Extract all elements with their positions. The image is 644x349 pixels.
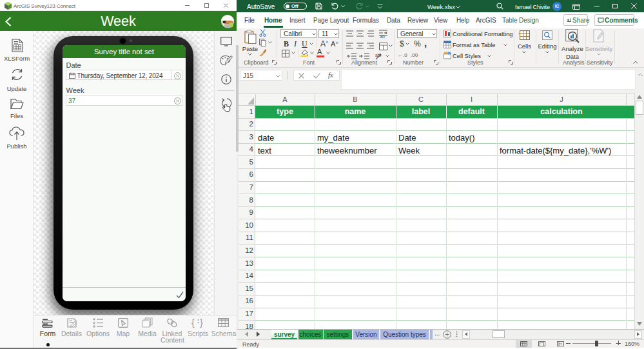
svg-text:.00: .00 <box>411 52 418 58</box>
svg-text:}: } <box>200 317 203 328</box>
svg-text:{: { <box>191 317 195 328</box>
svg-text:ab: ab <box>375 53 380 57</box>
svg-text:←.0: ←.0 <box>398 52 407 58</box>
svg-text:ab: ab <box>380 34 385 39</box>
